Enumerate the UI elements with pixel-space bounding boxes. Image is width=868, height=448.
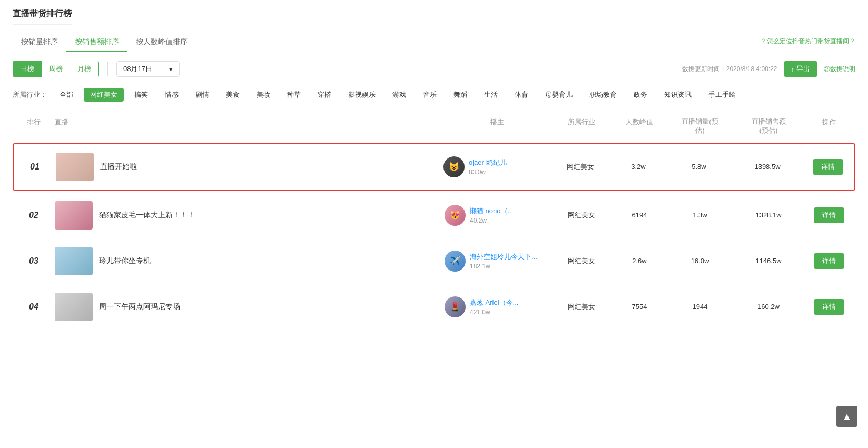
streamer-name[interactable]: 嘉葱 Ariel（今... [470,298,518,307]
streamer-info: 嘉葱 Ariel（今... 421.0w [470,298,518,316]
avatar: 😺 [443,156,465,177]
filter-tag-wanghong[interactable]: 网红美女 [84,88,124,102]
streamer-cell: 😻 懒猫 nono（... 40.2w [445,205,550,226]
sales-amt-cell: 160.2w [734,303,803,311]
industry-cell: 网红美女 [550,256,613,266]
industry-cell: 网红美女 [550,211,613,220]
detail-button[interactable]: 详情 [814,207,844,223]
live-title: 猫猫家皮毛一体大上新！！！ [99,211,195,220]
help-link[interactable]: ？怎么定位抖音热门带货直播间？ [761,37,855,46]
live-cell: 直播开始啦 [56,153,443,181]
tab-sales-volume[interactable]: 按销量排序 [13,33,66,52]
sales-vol-cell: 1.3w [666,211,734,219]
filter-tag-all[interactable]: 全部 [53,88,80,102]
filter-tag-fashion[interactable]: 穿搭 [311,88,338,102]
monthly-btn[interactable]: 月榜 [70,61,98,77]
streamer-cell: ✈️ 海外空姐玲儿今天下... 182.1w [445,251,550,272]
header-action: 操作 [803,117,855,135]
daily-btn[interactable]: 日榜 [13,61,42,77]
live-cell: 猫猫家皮毛一体大上新！！！ [55,201,445,230]
streamer-fans: 40.2w [470,217,513,224]
filter-tag-baby[interactable]: 母婴育儿 [539,88,579,102]
action-cell: 详情 [803,299,855,315]
filter-tag-game[interactable]: 游戏 [386,88,412,102]
filter-tag-food[interactable]: 美食 [220,88,246,102]
filter-tag-drama[interactable]: 剧情 [189,88,215,102]
filter-tag-beauty[interactable]: 美妆 [250,88,277,102]
live-title: 直播开始啦 [100,162,137,172]
header-peak: 人数峰值 [613,117,666,135]
streamer-cell: 💄 嘉葱 Ariel（今... 421.0w [445,296,550,317]
toolbar-left: 日榜 周榜 月榜 08月17日 ▾ [13,61,180,77]
table-container: 排行 直播 播主 所属行业 人数峰值 直播销量(预估) 直播销售额(预估) 操作… [13,112,855,330]
update-time: 数据更新时间：2020/8/18 4:00:22 [682,65,777,74]
filter-tag-career[interactable]: 职场教育 [583,88,623,102]
period-btn-group: 日榜 周榜 月榜 [13,61,99,77]
filter-tag-emotion[interactable]: 情感 [159,88,185,102]
filter-tag-dance[interactable]: 舞蹈 [447,88,474,102]
avatar: 😻 [445,205,466,226]
sales-vol-cell: 1944 [666,303,734,311]
filter-bar: 所属行业： 全部网红美女搞笑情感剧情美食美妆种草穿搭影视娱乐游戏音乐舞蹈生活体育… [13,88,855,102]
filter-label: 所属行业： [13,88,47,99]
tab-bar: 按销量排序 按销售额排序 按人数峰值排序 ？怎么定位抖音热门带货直播间？ [13,33,855,52]
avatar: ✈️ [445,251,466,272]
industry-cell: 网红美女 [550,302,613,312]
filter-tag-life[interactable]: 生活 [478,88,504,102]
filter-tag-funny[interactable]: 搞笑 [128,88,154,102]
tab-sales-amount[interactable]: 按销售额排序 [66,33,127,52]
filter-tag-handcraft[interactable]: 手工手绘 [702,88,742,102]
filter-tag-sports[interactable]: 体育 [508,88,535,102]
table-row: 02 猫猫家皮毛一体大上新！！！ 😻 懒猫 nono（... 40.2w 网红美… [13,193,855,238]
data-explain-link[interactable]: ②数据说明 [824,65,855,74]
filter-tag-knowledge[interactable]: 知识资讯 [658,88,698,102]
detail-button[interactable]: 详情 [813,159,843,175]
upload-icon: ↑ [791,65,795,73]
header-industry: 所属行业 [550,117,613,135]
chevron-down-icon: ▾ [169,65,173,73]
scroll-top-button[interactable]: ▲ [836,406,857,427]
filter-tag-entertainment[interactable]: 影视娱乐 [342,88,382,102]
filter-tags: 全部网红美女搞笑情感剧情美食美妆种草穿搭影视娱乐游戏音乐舞蹈生活体育母婴育儿职场… [53,88,855,102]
streamer-name[interactable]: 海外空姐玲儿今天下... [470,252,537,262]
sales-amt-cell: 1146.5w [734,257,803,265]
table-row: 03 玲儿带你坐专机 ✈️ 海外空姐玲儿今天下... 182.1w 网红美女 2… [13,238,855,284]
live-title: 玲儿带你坐专机 [99,256,151,266]
toolbar: 日榜 周榜 月榜 08月17日 ▾ 数据更新时间：2020/8/18 4:00:… [13,61,855,77]
header-sales-vol: 直播销量(预估) [666,117,734,135]
detail-button[interactable]: 详情 [814,299,844,315]
filter-tag-grass[interactable]: 种草 [281,88,307,102]
peak-cell: 7554 [613,303,666,311]
rank-cell: 02 [13,211,55,220]
streamer-name[interactable]: ojaer 鸥纪儿 [469,158,507,167]
sales-vol-cell: 16.0w [666,257,734,265]
sales-vol-cell: 5.8w [665,163,733,171]
header-sales-amt: 直播销售额(预估) [734,117,803,135]
industry-cell: 网红美女 [549,162,612,172]
page-title: 直播带货排行榜 [13,8,72,25]
action-cell: 详情 [802,159,854,175]
export-button[interactable]: ↑ 导出 [784,61,818,77]
date-selector[interactable]: 08月17日 ▾ [116,61,180,77]
streamer-info: 海外空姐玲儿今天下... 182.1w [470,252,537,270]
sales-amt-cell: 1328.1w [734,211,803,219]
streamer-cell: 😺 ojaer 鸥纪儿 83.0w [443,156,549,177]
rank-cell: 03 [13,256,55,266]
live-thumbnail [55,201,93,230]
live-thumbnail [55,293,93,321]
divider-1 [107,62,108,76]
filter-tag-politics[interactable]: 政务 [627,88,654,102]
weekly-btn[interactable]: 周榜 [42,61,70,77]
avatar: 💄 [445,296,466,317]
peak-cell: 3.2w [612,163,665,171]
streamer-name[interactable]: 懒猫 nono（... [470,206,513,216]
date-value: 08月17日 [123,64,152,74]
streamer-info: ojaer 鸥纪儿 83.0w [469,158,507,176]
export-label: 导出 [796,64,810,74]
tab-peak-viewers[interactable]: 按人数峰值排序 [127,33,196,52]
action-cell: 详情 [803,253,855,269]
filter-tag-music[interactable]: 音乐 [417,88,443,102]
detail-button[interactable]: 详情 [814,253,844,269]
peak-cell: 6194 [613,211,666,219]
action-cell: 详情 [803,207,855,223]
